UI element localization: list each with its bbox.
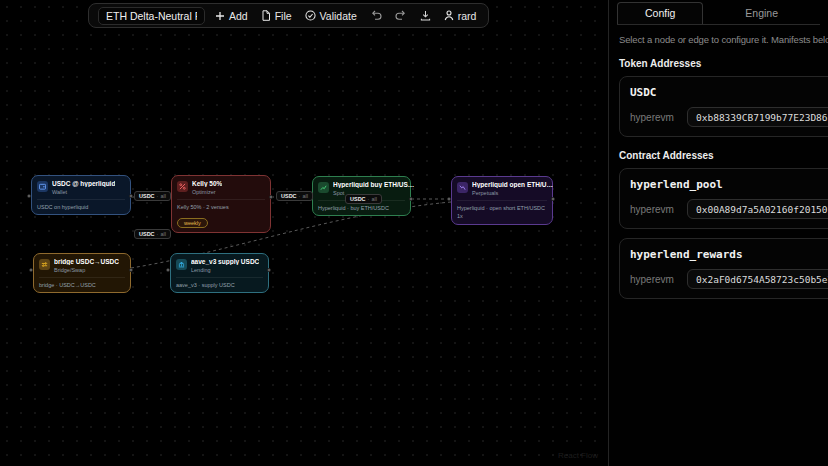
edge-label-amount: all — [160, 231, 166, 237]
node-header: Hyperliquid open ETH/US... Perpetuals — [457, 181, 547, 196]
undo-button[interactable] — [367, 8, 385, 23]
node-handle[interactable] — [447, 197, 451, 201]
reactflow-attribution: React Flow — [558, 451, 598, 460]
edge-label-token: USDC — [139, 193, 155, 199]
tab-engine[interactable]: Engine — [703, 2, 820, 24]
token-card-usdc: USDC hyperevm — [619, 76, 828, 137]
node-header: aave_v3 supply USDC Lending — [176, 258, 263, 273]
trend-icon — [457, 182, 468, 193]
address-row: hyperevm — [630, 199, 828, 219]
user-button[interactable]: rard — [441, 8, 480, 24]
node-title: bridge USDC→USDC — [54, 258, 119, 265]
redo-icon — [395, 10, 407, 21]
edge-label-sep: · — [157, 193, 159, 199]
schedule-badge: weekly — [177, 218, 208, 228]
user-icon — [444, 10, 454, 21]
validate-button[interactable]: Validate — [302, 8, 360, 24]
plus-icon — [215, 11, 225, 21]
hyperlend-rewards-address-input[interactable] — [687, 269, 828, 289]
chart-up-icon — [318, 182, 329, 193]
check-circle-icon — [305, 10, 316, 21]
validate-button-label: Validate — [320, 10, 357, 22]
chain-label: hyperevm — [630, 274, 680, 285]
redo-button[interactable] — [392, 8, 410, 23]
node-handle[interactable] — [129, 268, 133, 272]
chain-label: hyperevm — [630, 204, 680, 215]
node-title: Kelly 50% — [192, 180, 222, 187]
node-handle[interactable] — [409, 197, 413, 201]
node-caption: aave_v3 · supply USDC — [176, 277, 263, 289]
add-button[interactable]: Add — [212, 8, 251, 24]
node-handle[interactable] — [267, 268, 271, 272]
node-header: bridge USDC→USDC Bridge/Swap — [39, 258, 125, 273]
node-caption: USDC on hyperliquid — [37, 199, 125, 211]
flow-canvas[interactable]: Add File Validate — [0, 0, 608, 466]
edge-label-token: USDC — [281, 193, 297, 199]
node-handle[interactable] — [166, 268, 170, 272]
node-title: USDC @ hyperliquid — [52, 180, 115, 187]
node-caption: Kelly 50% · 2 venues — [177, 199, 265, 211]
node-handle[interactable] — [129, 194, 133, 198]
sidebar-tabs: Config Engine — [617, 2, 820, 25]
node-caption: Hyperliquid · open short ETH/USDC 1x — [457, 200, 547, 221]
node-title: aave_v3 supply USDC — [191, 258, 259, 265]
edge-label-sep: · — [299, 193, 301, 199]
app-window: Add File Validate — [0, 0, 828, 466]
node-caption: bridge · USDC→USDC — [39, 277, 125, 289]
node-kelly-optimizer[interactable]: Kelly 50% Optimizer Kelly 50% · 2 venues… — [171, 175, 271, 233]
sidebar-hint: Select a node or edge to configure it. M… — [619, 34, 828, 45]
token-addresses-title: Token Addresses — [619, 58, 828, 69]
node-handle[interactable] — [269, 195, 273, 199]
node-title: Hyperliquid buy ETH/USDC — [333, 181, 417, 188]
node-handle[interactable] — [29, 268, 33, 272]
edge-label[interactable]: USDC · all — [345, 194, 382, 204]
edge-label-token: USDC — [350, 196, 366, 202]
hyperlend-pool-address-input[interactable] — [687, 199, 828, 219]
address-row: hyperevm — [630, 107, 828, 127]
contract-addresses-title: Contract Addresses — [619, 150, 828, 161]
bridge-swap-icon — [39, 259, 50, 270]
node-subtitle: Wallet — [52, 189, 115, 195]
node-header: Kelly 50% Optimizer — [177, 180, 265, 195]
bank-icon — [176, 259, 187, 270]
edge-label[interactable]: USDC · all — [134, 229, 171, 239]
node-handle[interactable] — [551, 197, 555, 201]
edge-label-amount: all — [160, 193, 166, 199]
node-aave-supply[interactable]: aave_v3 supply USDC Lending aave_v3 · su… — [170, 253, 269, 293]
tab-config[interactable]: Config — [617, 2, 703, 24]
node-usdc-wallet[interactable]: USDC @ hyperliquid Wallet USDC on hyperl… — [31, 175, 131, 215]
edge-label-amount: all — [302, 193, 308, 199]
config-sidebar: Config Engine Select a node or edge to c… — [608, 0, 828, 466]
node-subtitle: Perpetuals — [472, 190, 556, 196]
undo-icon — [370, 10, 382, 21]
contract-name: hyperlend_pool — [630, 178, 828, 191]
user-button-label: rard — [458, 10, 477, 22]
edge-label[interactable]: USDC · all — [134, 191, 171, 201]
usdc-address-input[interactable] — [687, 107, 828, 127]
wallet-icon — [37, 181, 48, 192]
contract-card-hyperlend-rewards: hyperlend_rewards hyperevm — [619, 238, 828, 299]
toolbar: Add File Validate — [88, 3, 489, 28]
node-bridge[interactable]: bridge USDC→USDC Bridge/Swap bridge · US… — [33, 253, 131, 293]
download-icon — [420, 10, 431, 21]
add-button-label: Add — [229, 10, 248, 22]
node-hyperliquid-open-short[interactable]: Hyperliquid open ETH/US... Perpetuals Hy… — [451, 176, 553, 225]
chain-label: hyperevm — [630, 112, 680, 123]
node-handle[interactable] — [27, 194, 31, 198]
edge-label-sep: · — [368, 196, 370, 202]
file-button[interactable]: File — [258, 8, 295, 24]
flow-title-input[interactable] — [98, 7, 205, 25]
node-subtitle: Bridge/Swap — [54, 267, 119, 273]
contract-name: hyperlend_rewards — [630, 248, 828, 261]
file-button-label: File — [275, 10, 292, 22]
token-name: USDC — [630, 86, 828, 99]
edge-label[interactable]: USDC · all — [276, 191, 313, 201]
download-button[interactable] — [417, 8, 434, 23]
sidebar-body: Select a node or edge to configure it. M… — [609, 25, 828, 299]
edges-layer — [0, 0, 608, 466]
node-subtitle: Optimizer — [192, 189, 222, 195]
percent-icon — [177, 181, 188, 192]
node-header: USDC @ hyperliquid Wallet — [37, 180, 125, 195]
node-title: Hyperliquid open ETH/US... — [472, 181, 556, 188]
file-icon — [261, 10, 271, 21]
